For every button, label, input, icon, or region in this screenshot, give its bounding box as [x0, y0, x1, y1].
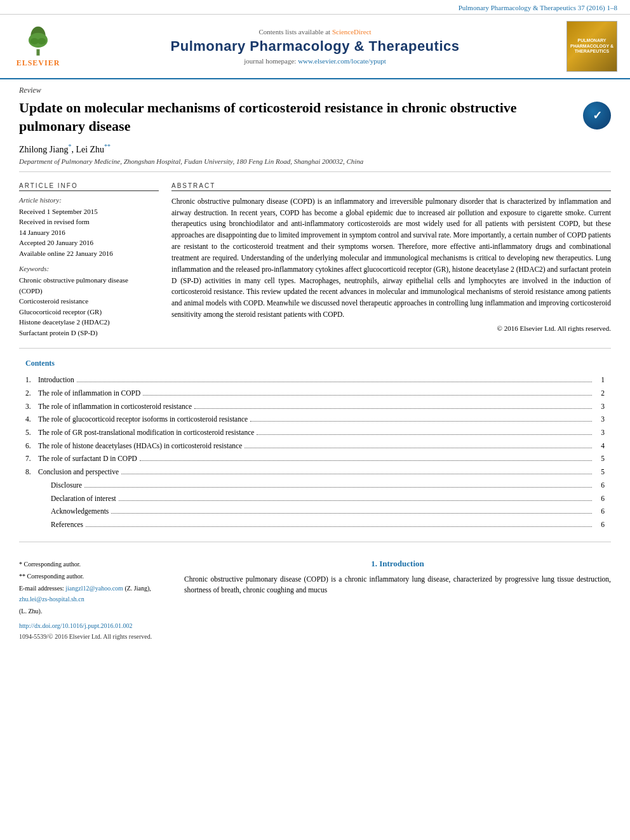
- abstract-column: Abstract Chronic obstructive pulmonary d…: [171, 182, 611, 338]
- journal-homepage-link[interactable]: www.elsevier.com/locate/ypupt: [298, 57, 386, 65]
- contents-item-6: 6. The role of histone deacetylases (HDA…: [25, 439, 605, 453]
- journal-homepage-line: journal homepage: www.elsevier.com/locat…: [64, 57, 566, 65]
- introduction-heading: 1. Introduction: [184, 559, 611, 569]
- keywords-label: Keywords:: [19, 265, 159, 272]
- abstract-header: Abstract: [171, 182, 611, 191]
- science-direct-link[interactable]: ScienceDirect: [332, 28, 372, 36]
- contents-section: Contents 1. Introduction 1 2. The role o…: [19, 359, 611, 531]
- footnote-corresponding2: ** Corresponding author.: [19, 571, 165, 582]
- article-title-row: Update on molecular mechanisms of cortic…: [19, 99, 611, 135]
- article-info-header: Article Info: [19, 182, 159, 191]
- abstract-text: Chronic obstructive pulmonary disease (C…: [171, 196, 611, 321]
- footnotes-section: * Corresponding author. ** Corresponding…: [19, 559, 165, 642]
- contents-item-4: 4. The role of glucocorticoid receptor i…: [25, 413, 605, 426]
- bottom-divider: [19, 542, 611, 542]
- contents-item-acknowledgements: Acknowledgements 6: [25, 505, 605, 518]
- crossmark-icon: ✓: [593, 109, 602, 123]
- article-info-column: Article Info Article history: Received 1…: [19, 182, 159, 338]
- main-content: Review Update on molecular mechanisms of…: [0, 79, 630, 655]
- keyword-copd: Chronic obstructive pulmonary disease(CO…: [19, 275, 159, 296]
- contents-item-references: References 6: [25, 518, 605, 531]
- affiliation: Department of Pulmonary Medicine, Zhongs…: [19, 157, 611, 172]
- keyword-gr: Glucocorticoid receptor (GR): [19, 307, 159, 317]
- journal-thumb-text: PULMONARY PHARMACOLOGY & THERAPEUTICS: [570, 38, 614, 54]
- history-revised-date: 14 January 2016: [19, 227, 159, 238]
- introduction-section: 1. Introduction Chronic obstructive pulm…: [184, 559, 611, 642]
- footnote-email: E-mail addresses: jiangzl12@yahoo.com (Z…: [19, 583, 165, 604]
- doi-line[interactable]: http://dx.doi.org/10.1016/j.pupt.2016.01…: [19, 620, 165, 631]
- email1-link[interactable]: jiangzl12@yahoo.com: [65, 585, 123, 592]
- article-title: Update on molecular mechanisms of cortic…: [19, 99, 583, 135]
- journal-header-center: Contents lists available at ScienceDirec…: [64, 28, 566, 65]
- two-column-section: Article Info Article history: Received 1…: [19, 182, 611, 338]
- article-type-label: Review: [19, 86, 611, 95]
- contents-item-7: 7. The role of surfactant D in COPD 5: [25, 452, 605, 465]
- contents-item-2: 2. The role of inflammation in COPD 2: [25, 387, 605, 400]
- science-direct-line: Contents lists available at ScienceDirec…: [64, 28, 566, 36]
- issn-line: 1094-5539/© 2016 Elsevier Ltd. All right…: [19, 631, 165, 642]
- svg-point-3: [30, 38, 39, 44]
- keyword-spd: Surfactant protein D (SP-D): [19, 328, 159, 338]
- journal-title: Pulmonary Pharmacology & Therapeutics: [64, 38, 566, 55]
- journal-citation: Pulmonary Pharmacology & Therapeutics 37…: [0, 0, 630, 15]
- contents-item-disclosure: Disclosure 6: [25, 479, 605, 492]
- history-received: Received 1 September 2015: [19, 206, 159, 217]
- crossmark-badge: ✓: [583, 102, 611, 130]
- keyword-hdac2: Histone deacetylase 2 (HDAC2): [19, 317, 159, 328]
- email2-link[interactable]: zhu.lei@zs-hospital.sh.cn: [19, 596, 84, 603]
- section-divider: [19, 348, 611, 349]
- contents-title: Contents: [25, 359, 605, 368]
- journal-header: ELSEVIER Contents lists available at Sci…: [0, 15, 630, 79]
- svg-rect-0: [37, 49, 40, 55]
- history-online: Available online 22 January 2016: [19, 248, 159, 259]
- contents-item-3: 3. The role of inflammation in corticost…: [25, 400, 605, 413]
- article-history-label: Article history:: [19, 196, 159, 204]
- abstract-copyright: © 2016 Elsevier Ltd. All rights reserved…: [171, 324, 611, 332]
- footnotes-and-intro: * Corresponding author. ** Corresponding…: [19, 552, 611, 642]
- footnote-corresponding1: * Corresponding author.: [19, 559, 165, 570]
- history-accepted: Accepted 20 January 2016: [19, 237, 159, 248]
- contents-item-8: 8. Conclusion and perspective 5: [25, 465, 605, 479]
- elsevier-logo: ELSEVIER: [13, 25, 64, 68]
- history-revised-label: Received in revised form: [19, 217, 159, 227]
- keyword-corticosteroid: Corticosteroid resistance: [19, 296, 159, 307]
- footnote-email2-name: (L. Zhu).: [19, 606, 165, 617]
- contents-item-declaration: Declaration of interest 6: [25, 492, 605, 505]
- journal-thumbnail: PULMONARY PHARMACOLOGY & THERAPEUTICS: [566, 21, 617, 72]
- contents-item-5: 5. The role of GR post-translational mod…: [25, 426, 605, 439]
- contents-item-1: 1. Introduction 1: [25, 373, 605, 387]
- elsevier-tree-icon: [22, 25, 54, 57]
- svg-point-4: [37, 38, 46, 44]
- introduction-text: Chronic obstructive pulmonary disease (C…: [184, 574, 611, 597]
- elsevier-text: ELSEVIER: [17, 58, 60, 68]
- authors-line: Zhilong Jiang*, Lei Zhu**: [19, 143, 611, 155]
